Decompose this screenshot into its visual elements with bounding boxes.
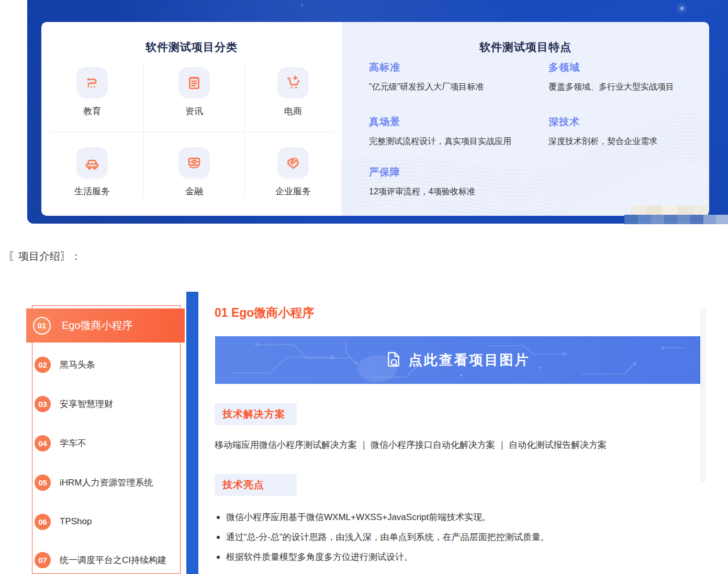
highlight-item: 通过“总-分-总”的设计思路，由浅入深，由单点到系统，在产品层面把控测试质量。 (217, 532, 703, 543)
number-badge: 05 (35, 474, 51, 491)
category-label: 教育 (53, 105, 131, 117)
watermark-mosaic (631, 206, 708, 215)
category-tile-news: 资讯 (155, 67, 233, 117)
feature-desc: 12项评审流程，4项验收标准 (369, 186, 542, 197)
features-card-title: 软件测试项目特点 (342, 40, 709, 54)
category-tile-enterprise: 企业服务 (254, 147, 332, 197)
project-title: 01 Ego微商小程序 (215, 305, 314, 321)
view-project-images-banner[interactable]: 点此查看项目图片 (215, 336, 700, 384)
highlights-list: 微信小程序应用基于微信WXML+WXSS+JavaScript前端技术实现。 通… (217, 512, 703, 571)
feature-real-scenario: 真场景 完整测试流程设计，真实项目实战应用 (369, 115, 542, 147)
feature-heading: 高标准 (369, 61, 542, 74)
feature-desc: 完整测试流程设计，真实项目实战应用 (369, 136, 542, 147)
number-badge: 03 (35, 396, 51, 412)
category-tile-finance: 金融 (155, 147, 233, 197)
feature-heading: 深技术 (548, 115, 709, 129)
section-label-solutions: 技术解决方案 (215, 403, 297, 425)
sidebar-item-03[interactable]: 03 安享智慧理财 (35, 395, 113, 412)
feature-multi-domain: 多领域 覆盖多领域、多行业大型实战项目 (548, 61, 709, 93)
feature-heading: 严保障 (369, 165, 542, 179)
page: 软件测试项目分类 教育 资讯 (0, 0, 728, 574)
sidebar-item-01-active[interactable]: 01 Ego微商小程序 (26, 308, 185, 343)
banner-text: 点此查看项目图片 (409, 351, 530, 369)
sidebar-divider-bar (186, 292, 198, 574)
sidebar-item-04[interactable]: 04 学车不 (35, 435, 86, 451)
section-label-highlights: 技术亮点 (215, 474, 297, 496)
highlight-item: 微信小程序应用基于微信WXML+WXSS+JavaScript前端技术实现。 (217, 512, 703, 523)
classification-card: 软件测试项目分类 教育 资讯 (41, 22, 342, 216)
handshake-icon (277, 147, 309, 179)
sidebar-item-05[interactable]: 05 iHRM人力资源管理系统 (35, 474, 153, 491)
category-label: 金融 (155, 185, 233, 197)
sidebar-item-02[interactable]: 02 黑马头条 (35, 356, 95, 373)
category-label: 电商 (254, 105, 332, 117)
number-badge: 01 (33, 317, 51, 335)
bullet-dot (217, 556, 220, 559)
number-badge: 07 (35, 552, 51, 568)
route-icon (76, 67, 108, 98)
hero-cards: 软件测试项目分类 教育 资讯 (41, 22, 709, 216)
category-tile-ecommerce: 电商 (254, 67, 332, 117)
feature-deep-tech: 深技术 深度技术剖析，契合企业需求 (548, 115, 709, 147)
sidebar-item-label: 安享智慧理财 (60, 398, 113, 410)
content-scrollbar[interactable] (700, 308, 706, 482)
category-tile-education: 教育 (53, 67, 131, 117)
sidebar-item-06[interactable]: 06 TPShop (35, 513, 92, 530)
grid-divider (244, 62, 245, 197)
category-label: 企业服务 (254, 185, 332, 197)
decor-dot (301, 4, 303, 6)
highlight-text: 微信小程序应用基于微信WXML+WXSS+JavaScript前端技术实现。 (226, 512, 491, 523)
feature-heading: 多领域 (548, 61, 709, 74)
money-icon (178, 147, 210, 179)
bullet-dot (217, 516, 220, 519)
number-badge: 02 (35, 357, 51, 373)
sidebar-item-07[interactable]: 07 统一调度平台之CI持续构建 (35, 551, 166, 568)
category-label: 资讯 (155, 105, 233, 117)
news-icon (178, 67, 210, 98)
car-icon (76, 147, 108, 179)
grid-divider (50, 131, 333, 132)
sidebar-item-label: Ego微商小程序 (62, 318, 133, 333)
sidebar-item-label: iHRM人力资源管理系统 (60, 477, 153, 489)
feature-desc: 深度技术剖析，契合企业需求 (548, 136, 709, 147)
feature-desc: "亿元级"研发投入大厂项目标准 (369, 82, 542, 93)
hero-banner: 软件测试项目分类 教育 资讯 (27, 0, 728, 224)
feature-desc: 覆盖多领域、多行业大型实战项目 (548, 82, 709, 93)
number-badge: 06 (35, 514, 51, 530)
watermark-mosaic (624, 215, 728, 224)
decor-star (680, 7, 684, 10)
sidebar-item-label: 学车不 (60, 437, 86, 449)
sidebar-item-label: 统一调度平台之CI持续构建 (60, 554, 166, 566)
solutions-text: 移动端应用微信小程序测试解决方案 ｜ 微信小程序接口自动化解决方案 ｜ 自动化测… (215, 439, 696, 451)
bullet-dot (217, 536, 220, 539)
sidebar-item-label: 黑马头条 (60, 359, 95, 371)
feature-strict-guarantee: 严保障 12项评审流程，4项验收标准 (369, 165, 542, 197)
category-tile-life-services: 生活服务 (53, 147, 131, 197)
grid-divider (143, 62, 144, 197)
features-card: 软件测试项目特点 高标准 "亿元级"研发投入大厂项目标准 多领域 覆盖多领域、多… (342, 22, 709, 216)
cart-icon (277, 67, 309, 98)
sidebar-item-label: TPShop (60, 516, 92, 527)
classification-card-title: 软件测试项目分类 (41, 40, 342, 54)
section-intro-label: 〖项目介绍〗： (8, 249, 81, 263)
highlight-text: 根据软件质量模型多角度多方位进行测试设计。 (226, 551, 413, 563)
feature-heading: 真场景 (369, 115, 542, 129)
doc-search-icon (386, 351, 401, 369)
highlight-text: 通过“总-分-总”的设计思路，由浅入深，由单点到系统，在产品层面把控测试质量。 (226, 532, 550, 543)
category-label: 生活服务 (53, 185, 131, 197)
feature-high-standard: 高标准 "亿元级"研发投入大厂项目标准 (369, 61, 542, 93)
number-badge: 04 (35, 435, 51, 451)
highlight-item: 根据软件质量模型多角度多方位进行测试设计。 (217, 551, 703, 563)
